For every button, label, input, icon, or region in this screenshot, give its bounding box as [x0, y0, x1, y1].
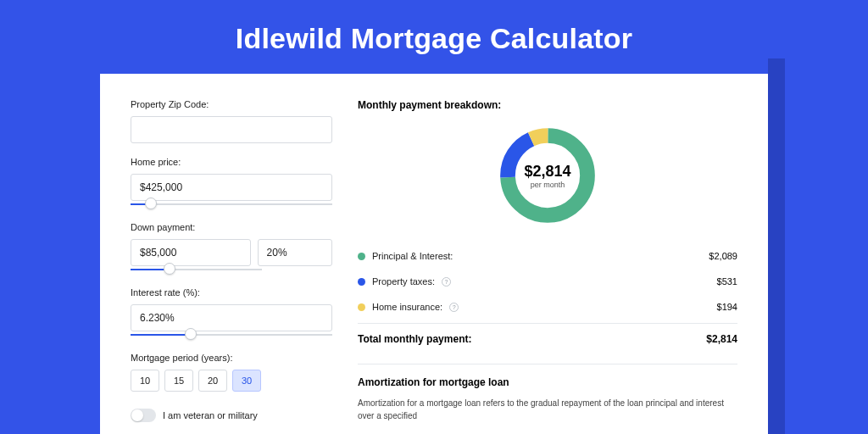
- veteran-toggle-row: I am veteran or military: [131, 409, 332, 422]
- period-btn-10[interactable]: 10: [131, 370, 159, 392]
- zip-input[interactable]: [131, 116, 332, 143]
- info-icon[interactable]: ?: [442, 277, 451, 287]
- amortization-title: Amortization for mortgage loan: [358, 376, 737, 388]
- calculator-card: Property Zip Code: Home price: Down paym…: [100, 74, 768, 434]
- breakdown-title: Monthly payment breakdown:: [358, 99, 737, 111]
- period-options: 10 15 20 30: [131, 370, 332, 392]
- down-payment-pct-input[interactable]: [258, 239, 332, 266]
- card-shadow: [768, 58, 785, 434]
- legend-dot-icon: [358, 253, 365, 260]
- donut-amount: $2,814: [524, 163, 570, 181]
- toggle-knob: [131, 409, 143, 421]
- period-btn-30[interactable]: 30: [232, 370, 261, 392]
- veteran-label: I am veteran or military: [163, 410, 258, 420]
- period-label: Mortgage period (years):: [131, 353, 332, 363]
- down-payment-label: Down payment:: [131, 222, 332, 232]
- info-icon[interactable]: ?: [449, 303, 459, 312]
- legend-dot-icon: [358, 278, 365, 286]
- period-btn-20[interactable]: 20: [198, 370, 227, 392]
- home-price-label: Home price:: [131, 157, 332, 167]
- total-row: Total monthly payment: $2,814: [358, 323, 737, 345]
- home-price-slider[interactable]: [131, 200, 332, 209]
- legend-row-insurance: Home insurance: ? $194: [358, 294, 737, 320]
- veteran-toggle[interactable]: [131, 409, 156, 422]
- slider-thumb[interactable]: [164, 263, 175, 275]
- period-block: Mortgage period (years): 10 15 20 30: [131, 353, 332, 392]
- interest-input[interactable]: [131, 304, 332, 331]
- form-panel: Property Zip Code: Home price: Down paym…: [131, 99, 332, 422]
- period-btn-15[interactable]: 15: [164, 370, 193, 392]
- slider-thumb[interactable]: [145, 198, 157, 209]
- total-label: Total monthly payment:: [358, 333, 471, 345]
- legend-label: Home insurance:: [372, 302, 442, 312]
- total-value: $2,814: [706, 333, 737, 345]
- interest-block: Interest rate (%):: [131, 287, 332, 339]
- legend-row-taxes: Property taxes: ? $531: [358, 269, 737, 294]
- page-title: Idlewild Mortgage Calculator: [0, 0, 868, 74]
- home-price-block: Home price:: [131, 157, 332, 209]
- legend-row-principal: Principal & Interest: $2,089: [358, 243, 737, 269]
- down-payment-block: Down payment:: [131, 222, 332, 274]
- donut-chart-wrap: $2,814 per month: [358, 123, 737, 228]
- zip-label: Property Zip Code:: [131, 99, 332, 109]
- donut-center: $2,814 per month: [495, 123, 600, 228]
- section-divider: [358, 364, 737, 364]
- donut-chart: $2,814 per month: [495, 123, 600, 228]
- legend-label: Property taxes:: [372, 276, 435, 287]
- zip-field-block: Property Zip Code:: [131, 99, 332, 143]
- legend-value: $2,089: [709, 251, 737, 261]
- legend-dot-icon: [358, 303, 365, 311]
- legend-value: $194: [717, 302, 737, 312]
- down-payment-input[interactable]: [131, 239, 251, 266]
- down-payment-slider[interactable]: [131, 265, 262, 274]
- interest-slider[interactable]: [131, 331, 332, 339]
- home-price-input[interactable]: [131, 174, 332, 201]
- interest-label: Interest rate (%):: [131, 287, 332, 298]
- slider-thumb[interactable]: [185, 328, 197, 340]
- breakdown-panel: Monthly payment breakdown: $2,814 per mo…: [358, 99, 737, 422]
- legend-value: $531: [717, 276, 737, 287]
- donut-per: per month: [531, 181, 565, 189]
- amortization-text: Amortization for a mortgage loan refers …: [358, 397, 737, 422]
- legend-label: Principal & Interest:: [372, 251, 453, 261]
